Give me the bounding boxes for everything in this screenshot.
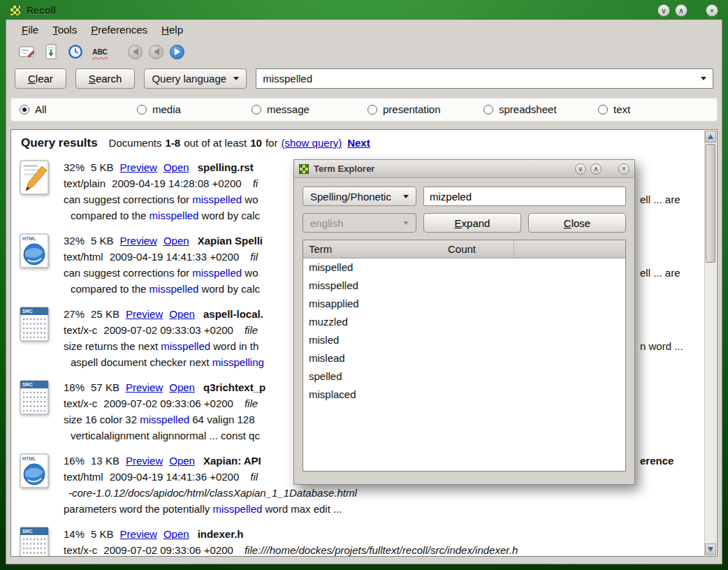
term-row[interactable]: misplaced [303,386,625,404]
menu-file[interactable]: File [15,22,45,37]
term-input[interactable] [430,191,620,203]
abstract-fragment: ell ... are [640,191,680,207]
term-row[interactable]: misled [303,331,625,349]
language-combo: english [303,213,416,233]
term-row[interactable]: muzzled [303,313,625,331]
open-link[interactable]: Open [169,381,195,393]
open-link[interactable]: Open [163,161,189,173]
dialog-titlebar[interactable]: Term Explorer ∨ ∧ × [294,160,634,178]
preview-link[interactable]: Preview [126,455,163,467]
term-row[interactable]: spelled [303,367,625,386]
file-size: 25 KB [91,308,119,320]
term-column-header[interactable]: Term [303,243,448,255]
preview-link[interactable]: Preview [126,381,163,393]
window-title: Recoll [27,5,653,16]
search-combobox[interactable] [256,68,713,89]
search-bar: Clear Search Query language [15,68,713,89]
term-row[interactable]: mislead [303,349,625,367]
date: 2009-07-02 09:33:06 +0200 [103,544,233,556]
results-scrollbar[interactable] [704,131,716,555]
close-button[interactable]: × [706,4,718,17]
term-explorer-icon[interactable]: ABC [91,43,109,61]
menu-bar: FileToolsPreferencesHelp [6,20,722,40]
preview-link[interactable]: Preview [120,528,157,540]
dialog-close-button[interactable]: × [618,163,629,175]
file-path: file:///home/dockes/projets/fulltext/rec… [245,544,518,556]
search-button[interactable]: Search [75,68,136,89]
toolbar: ABC [6,40,722,64]
preview-link[interactable]: Preview [126,308,163,320]
search-input[interactable] [263,73,694,85]
abstract-line: -core-1.0.12/docs/apidoc/html/classXapia… [64,485,701,501]
open-link[interactable]: Open [163,528,189,540]
src-file-icon: SRC [18,526,52,556]
svg-text:HTML: HTML [22,456,36,461]
result-text: 14%5 KBPreviewOpenindexer.htext/x-c2009-… [64,526,701,556]
show-query-link[interactable]: (show query) [281,137,342,149]
dialog-shade-button[interactable]: ∨ [575,163,586,175]
count-column-header[interactable]: Count [448,240,514,258]
scroll-up-button[interactable] [705,131,716,142]
term-row[interactable]: misspelled [303,277,625,295]
query-language-combo[interactable]: Query language [144,68,247,89]
scroll-down-button[interactable] [705,543,716,555]
menu-tools[interactable]: Tools [45,22,84,37]
mime-type: text/plain [64,177,105,189]
scrollbar-thumb[interactable] [706,144,715,263]
open-link[interactable]: Open [169,308,195,320]
window-titlebar[interactable]: Recoll ∨ ∧ × [6,1,722,20]
relevance: 32% [64,161,85,173]
dialog-close-action-button[interactable]: Close [528,213,626,233]
term-table: Term Count mispelledmisspelledmisapplied… [303,240,626,472]
filter-message[interactable]: message [252,103,310,115]
radio-icon [483,105,493,115]
term-row[interactable]: misapplied [303,295,625,313]
first-page-icon[interactable] [128,45,143,59]
save-results-icon[interactable] [42,43,60,61]
chevron-down-icon [403,221,409,225]
term-explorer-app-icon [299,164,309,174]
menu-preferences[interactable]: Preferences [84,22,154,37]
expand-button[interactable]: Expand [423,213,521,233]
filter-label: spreadsheet [499,103,557,115]
history-icon[interactable] [66,43,85,61]
clear-search-icon[interactable] [17,43,36,61]
preview-link[interactable]: Preview [120,235,157,247]
term-row[interactable]: mispelled [303,258,625,277]
arrow-up-icon [708,134,713,139]
mime-type: text/x-c [64,324,97,336]
chevron-down-icon[interactable] [701,77,706,80]
filter-spreadsheet[interactable]: spreadsheet [483,103,557,115]
filter-presentation[interactable]: presentation [367,103,441,115]
arrow-down-icon [708,547,713,552]
mime-type: text/html [64,471,103,483]
menu-help[interactable]: Help [154,22,190,37]
dialog-rollup-button[interactable]: ∧ [590,163,602,175]
rollup-button[interactable]: ∧ [675,4,687,17]
preview-link[interactable]: Preview [120,161,157,173]
open-link[interactable]: Open [163,235,189,247]
result-title: aspell-local. [203,308,263,320]
relevance: 32% [64,235,85,247]
text-file-icon [18,159,52,224]
next-page-link[interactable]: Next [347,137,370,149]
term-explorer-dialog: Term Explorer ∨ ∧ × Spelling/Phonetic en… [293,159,635,485]
chevron-down-icon [233,77,239,80]
term-list: mispelledmisspelledmisappliedmuzzledmisl… [303,258,625,404]
shade-button[interactable]: ∨ [657,4,670,17]
open-link[interactable]: Open [169,455,195,467]
filter-text[interactable]: text [598,103,630,115]
desktop: Recoll ∨ ∧ × FileToolsPreferencesHelp AB… [0,0,728,570]
expansion-mode-combo[interactable]: Spelling/Phonetic [303,187,416,206]
next-page-icon[interactable] [170,45,184,59]
prev-page-icon[interactable] [149,45,163,59]
filter-all[interactable]: All [20,103,47,115]
result-title: Xapian Spelli [198,235,263,247]
file-size: 57 KB [91,381,119,393]
abstract-fragment: ell ... are [640,265,680,281]
result-title: spelling.rst [198,161,254,173]
file-path: fil [250,471,258,483]
clear-button[interactable]: Clear [15,68,66,89]
term-input-box[interactable] [423,187,626,206]
filter-media[interactable]: media [137,103,181,115]
